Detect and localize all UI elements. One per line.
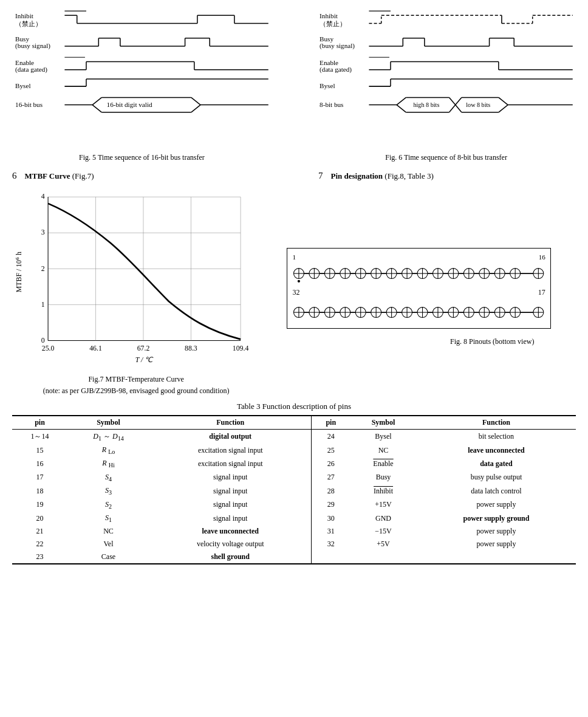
cell-symbol: S4 — [67, 471, 149, 484]
section7-num: 7 — [318, 171, 323, 180]
cell-symbol2: +5V — [350, 538, 417, 551]
cell-function: leave unconnected — [149, 525, 312, 538]
th-function1: Function — [149, 416, 312, 430]
svg-text:Inhibit: Inhibit — [320, 12, 338, 19]
svg-text:(busy signal): (busy signal) — [320, 42, 355, 50]
svg-text:(data gated): (data gated) — [320, 66, 352, 74]
svg-text:46.1: 46.1 — [89, 343, 102, 352]
cell-pin2: 31 — [312, 525, 350, 538]
cell-symbol2: GND — [350, 512, 417, 525]
cell-pin: 20 — [12, 512, 67, 525]
cell-symbol2: Inhibit — [350, 484, 417, 498]
svg-line-36 — [92, 105, 101, 112]
section6-num: 6 — [12, 171, 17, 180]
cell-pin: 23 — [12, 551, 67, 564]
fig7-caption: Fig.7 MTBF-Temperature Curve — [12, 375, 260, 384]
mtbf-chart-container: 0 1 2 3 4 25.0 46.1 67.2 88.3 109.4 T / … — [12, 187, 260, 396]
svg-text:109.4: 109.4 — [233, 343, 249, 352]
cell-pin2: 28 — [312, 484, 350, 498]
cell-symbol: S3 — [67, 484, 149, 498]
svg-text:4: 4 — [41, 192, 45, 201]
section6-title: MTBF Curve — [25, 171, 70, 180]
svg-text:T / ℃: T / ℃ — [135, 355, 154, 364]
table-row: 1～14 D1 ～ D14 digital output 24 Bysel bi… — [12, 429, 576, 444]
table-row: 20 S1 signal input 30 GND power supply g… — [12, 512, 576, 525]
th-symbol1: Symbol — [67, 416, 149, 430]
svg-text:high 8 bits: high 8 bits — [414, 101, 440, 108]
svg-text:2: 2 — [41, 264, 45, 272]
fig5-caption: Fig. 5 Time sequence of 16-bit bus trans… — [12, 153, 272, 162]
cell-function: signal input — [149, 498, 312, 512]
cell-function: digital output — [149, 429, 312, 444]
pin-label-32: 32 — [292, 288, 299, 297]
timing-diagrams-section: Inhibit （禁止） Busy (busy signal) — [12, 6, 576, 162]
cell-pin2: 32 — [312, 538, 350, 551]
svg-line-89 — [499, 105, 508, 112]
svg-text:(busy signal): (busy signal) — [15, 42, 50, 50]
svg-text:（禁止）: （禁止） — [15, 20, 42, 27]
svg-line-88 — [499, 97, 508, 105]
th-function2: Function — [417, 416, 576, 430]
cell-pin: 19 — [12, 498, 67, 512]
svg-line-82 — [450, 97, 456, 105]
svg-text:1: 1 — [41, 300, 45, 308]
cell-function2: leave unconnected — [417, 444, 576, 457]
cell-function: excitation signal input — [149, 457, 312, 470]
table3-title: Table 3 Function description of pins — [12, 402, 576, 411]
cell-function2: bit selection — [417, 429, 576, 444]
svg-text:16-bit digit valid: 16-bit digit valid — [107, 101, 152, 108]
cell-pin2: 25 — [312, 444, 350, 457]
svg-line-35 — [92, 97, 101, 105]
th-pin2: pin — [312, 416, 350, 430]
cell-pin2 — [312, 551, 350, 564]
cell-function2: power supply — [417, 498, 576, 512]
svg-line-83 — [450, 105, 456, 112]
cell-symbol2: Busy — [350, 471, 417, 484]
cell-pin2: 24 — [312, 429, 350, 444]
cell-function2: data latch control — [417, 484, 576, 498]
svg-text:8-bit bus: 8-bit bus — [320, 101, 343, 108]
cell-symbol: R Hi — [67, 457, 149, 470]
cell-function2: power supply — [417, 525, 576, 538]
section6-subtitle: (Fig.7) — [72, 171, 94, 180]
table-row: 21 NC leave unconnected 31 −15V power su… — [12, 525, 576, 538]
table-row: 23 Case shell ground — [12, 551, 576, 564]
svg-text:88.3: 88.3 — [185, 343, 197, 352]
cell-pin: 17 — [12, 471, 67, 484]
cell-symbol: Vel — [67, 538, 149, 551]
svg-text:Bysel: Bysel — [15, 82, 30, 89]
cell-symbol: D1 ～ D14 — [67, 429, 149, 444]
cell-symbol2: NC — [350, 444, 417, 457]
th-pin1: pin — [12, 416, 67, 430]
svg-text:(data gated): (data gated) — [15, 66, 47, 74]
fig5-diagram: Inhibit （禁止） Busy (busy signal) — [12, 6, 272, 162]
cell-function: velocity voltage output — [149, 538, 312, 551]
cell-pin: 18 — [12, 484, 67, 498]
section7-subtitle: (Fig.8, Table 3) — [385, 171, 433, 180]
pin-box: 1 16 — [287, 248, 550, 329]
cell-function2: power supply ground — [417, 512, 576, 525]
svg-line-78 — [397, 97, 406, 105]
cell-symbol: S1 — [67, 512, 149, 525]
cell-pin: 21 — [12, 525, 67, 538]
svg-line-79 — [397, 105, 406, 112]
cell-symbol: R Lo — [67, 444, 149, 457]
middle-section: 0 1 2 3 4 25.0 46.1 67.2 88.3 109.4 T / … — [12, 187, 576, 396]
cell-symbol2: Bysel — [350, 429, 417, 444]
cell-symbol2 — [350, 551, 417, 564]
cell-pin: 1～14 — [12, 429, 67, 444]
table-row: 18 S3 signal input 28 Inhibit data latch… — [12, 484, 576, 498]
cell-pin2: 27 — [312, 471, 350, 484]
cell-pin2: 26 — [312, 457, 350, 470]
th-symbol2: Symbol — [350, 416, 417, 430]
cell-pin: 15 — [12, 444, 67, 457]
pin-label-1: 1 — [292, 253, 296, 261]
cell-symbol2: +15V — [350, 498, 417, 512]
cell-function2: busy pulse output — [417, 471, 576, 484]
svg-line-84 — [456, 97, 462, 105]
cell-function2: power supply — [417, 538, 576, 551]
cell-symbol: S2 — [67, 498, 149, 512]
pin-label-16: 16 — [539, 253, 545, 261]
svg-text:67.2: 67.2 — [137, 343, 150, 352]
cell-function: signal input — [149, 512, 312, 525]
